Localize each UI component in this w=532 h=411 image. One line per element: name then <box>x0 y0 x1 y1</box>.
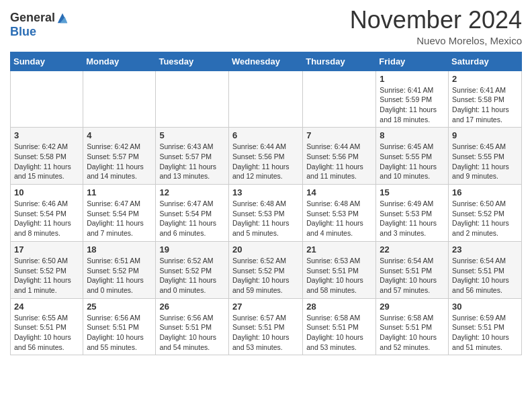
day-info: Sunrise: 6:59 AM Sunset: 5:51 PM Dayligh… <box>452 313 518 353</box>
day-number: 30 <box>452 302 518 312</box>
day-info: Sunrise: 6:42 AM Sunset: 5:57 PM Dayligh… <box>87 142 152 181</box>
calendar-week-2: 3Sunrise: 6:42 AM Sunset: 5:58 PM Daylig… <box>11 128 522 185</box>
day-info: Sunrise: 6:54 AM Sunset: 5:51 PM Dayligh… <box>452 256 518 295</box>
day-number: 9 <box>452 130 518 140</box>
day-info: Sunrise: 6:42 AM Sunset: 5:58 PM Dayligh… <box>14 142 79 181</box>
calendar-cell: 15Sunrise: 6:49 AM Sunset: 5:53 PM Dayli… <box>376 185 449 242</box>
calendar-cell: 18Sunrise: 6:51 AM Sunset: 5:52 PM Dayli… <box>83 241 156 298</box>
day-info: Sunrise: 6:41 AM Sunset: 5:59 PM Dayligh… <box>380 85 445 125</box>
calendar-cell <box>11 71 83 128</box>
weekday-header-monday: Monday <box>83 52 156 71</box>
calendar-week-3: 10Sunrise: 6:46 AM Sunset: 5:54 PM Dayli… <box>11 185 522 242</box>
calendar-cell <box>83 71 156 128</box>
calendar-cell: 3Sunrise: 6:42 AM Sunset: 5:58 PM Daylig… <box>11 128 83 185</box>
day-info: Sunrise: 6:50 AM Sunset: 5:52 PM Dayligh… <box>14 256 79 295</box>
weekday-header-sunday: Sunday <box>11 52 83 71</box>
weekday-header-saturday: Saturday <box>449 52 522 71</box>
day-info: Sunrise: 6:55 AM Sunset: 5:51 PM Dayligh… <box>14 313 79 353</box>
day-info: Sunrise: 6:45 AM Sunset: 5:55 PM Dayligh… <box>452 142 518 181</box>
calendar-cell <box>156 71 229 128</box>
day-info: Sunrise: 6:47 AM Sunset: 5:54 PM Dayligh… <box>159 199 225 238</box>
calendar-week-4: 17Sunrise: 6:50 AM Sunset: 5:52 PM Dayli… <box>11 241 522 298</box>
day-number: 19 <box>159 244 225 255</box>
calendar-week-5: 24Sunrise: 6:55 AM Sunset: 5:51 PM Dayli… <box>11 298 522 355</box>
calendar-cell: 8Sunrise: 6:45 AM Sunset: 5:55 PM Daylig… <box>376 128 449 185</box>
day-number: 12 <box>159 187 225 197</box>
logo-icon <box>56 12 69 24</box>
day-info: Sunrise: 6:51 AM Sunset: 5:52 PM Dayligh… <box>87 256 152 295</box>
day-info: Sunrise: 6:44 AM Sunset: 5:56 PM Dayligh… <box>306 142 372 181</box>
day-number: 22 <box>380 244 445 255</box>
day-info: Sunrise: 6:43 AM Sunset: 5:57 PM Dayligh… <box>159 142 225 181</box>
logo-text: General <box>10 11 69 25</box>
day-info: Sunrise: 6:48 AM Sunset: 5:53 PM Dayligh… <box>232 199 299 238</box>
day-number: 14 <box>306 187 372 197</box>
day-number: 20 <box>232 244 299 255</box>
day-info: Sunrise: 6:52 AM Sunset: 5:52 PM Dayligh… <box>232 256 299 295</box>
calendar-cell: 16Sunrise: 6:50 AM Sunset: 5:52 PM Dayli… <box>449 185 522 242</box>
calendar-cell: 30Sunrise: 6:59 AM Sunset: 5:51 PM Dayli… <box>449 298 522 355</box>
title-block: November 2024 Nuevo Morelos, Mexico <box>350 7 522 46</box>
calendar-cell: 5Sunrise: 6:43 AM Sunset: 5:57 PM Daylig… <box>156 128 229 185</box>
page: General Blue November 2024 Nuevo Morelos… <box>0 0 532 365</box>
day-number: 2 <box>452 74 518 84</box>
day-info: Sunrise: 6:56 AM Sunset: 5:51 PM Dayligh… <box>87 313 152 353</box>
day-number: 4 <box>87 130 152 140</box>
calendar-cell: 26Sunrise: 6:56 AM Sunset: 5:51 PM Dayli… <box>156 298 229 355</box>
calendar-cell: 27Sunrise: 6:57 AM Sunset: 5:51 PM Dayli… <box>228 298 302 355</box>
day-number: 24 <box>14 302 79 312</box>
calendar-cell: 22Sunrise: 6:54 AM Sunset: 5:51 PM Dayli… <box>376 241 449 298</box>
month-title: November 2024 <box>350 7 522 34</box>
calendar-cell: 2Sunrise: 6:41 AM Sunset: 5:58 PM Daylig… <box>449 71 522 128</box>
weekday-header-wednesday: Wednesday <box>228 52 302 71</box>
day-info: Sunrise: 6:56 AM Sunset: 5:51 PM Dayligh… <box>159 313 225 353</box>
calendar-cell: 29Sunrise: 6:58 AM Sunset: 5:51 PM Dayli… <box>376 298 449 355</box>
calendar-cell: 20Sunrise: 6:52 AM Sunset: 5:52 PM Dayli… <box>228 241 302 298</box>
day-number: 21 <box>306 244 372 255</box>
day-info: Sunrise: 6:46 AM Sunset: 5:54 PM Dayligh… <box>14 199 79 238</box>
day-number: 8 <box>380 130 445 140</box>
day-info: Sunrise: 6:54 AM Sunset: 5:51 PM Dayligh… <box>380 256 445 295</box>
day-number: 15 <box>380 187 445 197</box>
calendar-week-1: 1Sunrise: 6:41 AM Sunset: 5:59 PM Daylig… <box>11 71 522 128</box>
day-number: 5 <box>159 130 225 140</box>
day-number: 17 <box>14 244 79 255</box>
weekday-header-thursday: Thursday <box>303 52 376 71</box>
calendar-cell: 9Sunrise: 6:45 AM Sunset: 5:55 PM Daylig… <box>449 128 522 185</box>
day-number: 10 <box>14 187 79 197</box>
day-number: 28 <box>306 302 372 312</box>
calendar-cell: 28Sunrise: 6:58 AM Sunset: 5:51 PM Dayli… <box>303 298 376 355</box>
calendar-cell: 4Sunrise: 6:42 AM Sunset: 5:57 PM Daylig… <box>83 128 156 185</box>
day-number: 3 <box>14 130 79 140</box>
calendar-cell: 7Sunrise: 6:44 AM Sunset: 5:56 PM Daylig… <box>303 128 376 185</box>
calendar-cell: 19Sunrise: 6:52 AM Sunset: 5:52 PM Dayli… <box>156 241 229 298</box>
weekday-header-tuesday: Tuesday <box>156 52 229 71</box>
calendar-cell: 11Sunrise: 6:47 AM Sunset: 5:54 PM Dayli… <box>83 185 156 242</box>
day-number: 16 <box>452 187 518 197</box>
weekday-header-row: SundayMondayTuesdayWednesdayThursdayFrid… <box>11 52 522 71</box>
calendar-cell: 14Sunrise: 6:48 AM Sunset: 5:53 PM Dayli… <box>303 185 376 242</box>
calendar-cell <box>303 71 376 128</box>
day-number: 23 <box>452 244 518 255</box>
day-info: Sunrise: 6:53 AM Sunset: 5:51 PM Dayligh… <box>306 256 372 295</box>
day-info: Sunrise: 6:52 AM Sunset: 5:52 PM Dayligh… <box>159 256 225 295</box>
calendar-cell: 23Sunrise: 6:54 AM Sunset: 5:51 PM Dayli… <box>449 241 522 298</box>
location: Nuevo Morelos, Mexico <box>350 35 522 46</box>
day-number: 11 <box>87 187 152 197</box>
day-info: Sunrise: 6:58 AM Sunset: 5:51 PM Dayligh… <box>306 313 372 353</box>
day-info: Sunrise: 6:48 AM Sunset: 5:53 PM Dayligh… <box>306 199 372 238</box>
logo-blue-text: Blue <box>10 25 36 39</box>
day-number: 26 <box>159 302 225 312</box>
header: General Blue November 2024 Nuevo Morelos… <box>10 7 522 46</box>
logo: General Blue <box>10 11 69 39</box>
calendar-cell: 6Sunrise: 6:44 AM Sunset: 5:56 PM Daylig… <box>228 128 302 185</box>
day-info: Sunrise: 6:58 AM Sunset: 5:51 PM Dayligh… <box>380 313 445 353</box>
calendar-cell: 21Sunrise: 6:53 AM Sunset: 5:51 PM Dayli… <box>303 241 376 298</box>
day-number: 6 <box>232 130 299 140</box>
calendar-cell: 1Sunrise: 6:41 AM Sunset: 5:59 PM Daylig… <box>376 71 449 128</box>
day-info: Sunrise: 6:49 AM Sunset: 5:53 PM Dayligh… <box>380 199 445 238</box>
calendar-cell: 17Sunrise: 6:50 AM Sunset: 5:52 PM Dayli… <box>11 241 83 298</box>
day-info: Sunrise: 6:41 AM Sunset: 5:58 PM Dayligh… <box>452 85 518 125</box>
day-number: 13 <box>232 187 299 197</box>
calendar-cell <box>228 71 302 128</box>
